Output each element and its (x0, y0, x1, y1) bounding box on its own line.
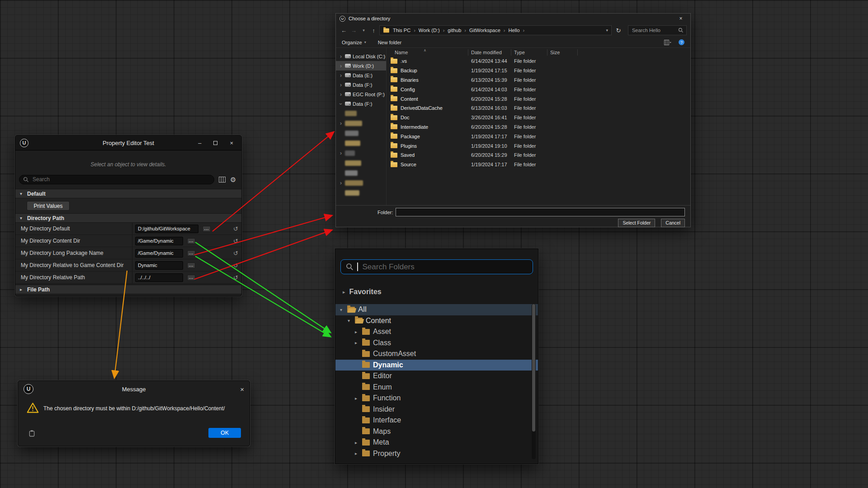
up-icon[interactable]: ↑ (369, 27, 378, 34)
redacted-tree-item[interactable]: › (336, 138, 386, 148)
expand-arrow-icon[interactable]: ▾ (340, 307, 347, 312)
drive-item[interactable]: › Work (D:) (336, 61, 386, 70)
views-icon[interactable] (664, 40, 671, 45)
cancel-button[interactable]: Cancel (661, 219, 685, 227)
folder-tree-item[interactable]: Enum (335, 382, 538, 393)
address-bar[interactable]: This PC › Work (D:) › github › (379, 25, 612, 35)
expand-arrow-icon[interactable]: ▸ (355, 340, 362, 345)
reset-to-default-icon[interactable]: ↺ (233, 235, 238, 247)
file-row[interactable]: Config 6/14/2024 14:03 File folder (387, 84, 690, 94)
expand-arrow-icon[interactable]: ▸ (355, 396, 362, 401)
details-search-input[interactable] (32, 176, 210, 183)
file-row[interactable]: .vs 6/14/2024 13:44 File folder (387, 56, 690, 66)
close-icon[interactable]: × (240, 385, 244, 393)
redacted-tree-item[interactable]: › (336, 108, 386, 118)
section-file-path[interactable]: ▸ File Path (15, 285, 241, 294)
browse-ellipsis-button[interactable]: ... (187, 238, 195, 244)
maximize-icon[interactable] (213, 141, 217, 145)
select-folder-button[interactable]: Select Folder (618, 219, 655, 227)
file-row[interactable]: Binaries 6/13/2024 15:39 File folder (387, 75, 690, 85)
folder-tree-item[interactable]: ▸ Property (335, 448, 538, 460)
scrollbar-thumb[interactable] (532, 304, 535, 432)
back-icon[interactable]: ← (340, 27, 348, 34)
file-row[interactable]: Content 6/20/2024 15:28 File folder (387, 94, 690, 103)
expand-chevron-icon[interactable]: › (339, 91, 343, 98)
expand-arrow-icon[interactable]: ▸ (355, 329, 362, 334)
section-directory-path[interactable]: ▾ Directory Path (15, 213, 241, 223)
explorer-search-input[interactable] (631, 27, 676, 33)
drive-item[interactable]: › Data (E:) (336, 70, 386, 80)
recent-locations-icon[interactable]: ▾ (359, 28, 368, 33)
redacted-tree-item[interactable]: › (336, 128, 386, 138)
details-search-box[interactable] (19, 175, 214, 184)
redacted-tree-item[interactable]: › (336, 168, 386, 178)
redacted-tree-item[interactable]: › (336, 188, 386, 198)
reset-to-default-icon[interactable]: ↺ (233, 272, 238, 284)
reset-to-default-icon[interactable]: ↺ (233, 259, 238, 272)
section-default[interactable]: ▾ Default (15, 189, 241, 198)
column-size[interactable]: Size (547, 49, 578, 56)
expand-chevron-icon[interactable]: › (339, 63, 343, 69)
expand-arrow-icon[interactable]: ▸ (355, 440, 362, 445)
column-name[interactable]: ∧ Name (387, 49, 468, 56)
folder-tree-item[interactable]: CustomAsset (335, 348, 538, 360)
folder-name-input[interactable] (396, 208, 685, 216)
expand-chevron-icon[interactable]: › (339, 82, 343, 88)
file-row[interactable]: Saved 6/20/2024 15:29 File folder (387, 150, 690, 160)
file-row[interactable]: Source 1/19/2024 17:17 File folder (387, 160, 690, 169)
column-date-modified[interactable]: Date modified (468, 49, 511, 56)
breadcrumb-segment[interactable]: This PC › (393, 28, 415, 33)
breadcrumb-segment[interactable]: GitWorkspace › (469, 28, 505, 33)
folder-tree-item[interactable]: Interface (335, 415, 538, 426)
file-row[interactable]: Doc 3/26/2024 16:41 File folder (387, 113, 690, 122)
folder-tree-item[interactable]: ▾ Content (335, 315, 538, 327)
reset-to-default-icon[interactable]: ↺ (233, 223, 238, 235)
file-row[interactable]: DerivedDataCache 6/13/2024 16:03 File fo… (387, 103, 690, 113)
redacted-tree-item[interactable]: › (336, 178, 386, 188)
browse-ellipsis-button[interactable]: ... (187, 263, 195, 268)
refresh-icon[interactable]: ↻ (613, 27, 624, 34)
dialog-titlebar[interactable]: U Message × (18, 381, 250, 397)
redacted-tree-item[interactable]: › (336, 118, 386, 128)
file-row[interactable]: Backup 1/19/2024 17:15 File folder (387, 66, 690, 75)
print-values-button[interactable]: Print Values (27, 201, 70, 211)
column-type[interactable]: Type (511, 49, 547, 56)
new-folder-button[interactable]: New folder (378, 40, 402, 45)
copy-to-clipboard-icon[interactable] (29, 430, 35, 437)
folder-tree-item[interactable]: ▸ Class (335, 338, 538, 349)
drive-item[interactable]: › Data (F:) (336, 99, 386, 108)
folder-tree-item[interactable]: ▾ All (335, 304, 538, 315)
expand-arrow-icon[interactable]: ▾ (348, 318, 355, 323)
file-row[interactable]: Plugins 1/19/2024 19:10 File folder (387, 141, 690, 150)
dialog-titlebar[interactable]: U Choose a directory × (336, 14, 690, 23)
property-value-field[interactable]: Dynamic (135, 261, 183, 270)
folder-tree-item[interactable]: ▸ Meta (335, 437, 538, 448)
ok-button[interactable]: OK (208, 428, 241, 438)
expand-chevron-icon[interactable]: › (339, 72, 343, 79)
property-value-field[interactable]: D:/github/GitWorkspace (135, 225, 198, 233)
settings-gear-icon[interactable]: ⚙ (230, 176, 236, 183)
close-icon[interactable]: × (675, 15, 687, 22)
favorites-section[interactable]: ▸ Favorites (335, 287, 538, 297)
folder-tree-item[interactable]: ▸ Function (335, 393, 538, 404)
drive-item[interactable]: › Local Disk (C:) (336, 52, 386, 61)
explorer-search-box[interactable] (628, 25, 687, 35)
scrollbar-track[interactable] (532, 304, 536, 459)
redacted-tree-item[interactable]: › (336, 148, 386, 158)
display-options-icon[interactable] (219, 177, 226, 183)
property-value-field[interactable]: ../../../ (135, 273, 183, 282)
folder-tree-item[interactable]: ▸ Asset (335, 326, 538, 338)
folder-tree-item[interactable]: Editor (335, 371, 538, 382)
file-row[interactable]: Intermediate 6/20/2024 15:28 File folder (387, 122, 690, 132)
breadcrumb-segment[interactable]: github › (448, 28, 466, 33)
folder-tree-item[interactable]: Maps (335, 426, 538, 437)
address-dropdown-icon[interactable]: ▾ (606, 28, 608, 33)
breadcrumb-segment[interactable]: Hello › (509, 28, 525, 33)
close-icon[interactable]: × (230, 140, 233, 146)
expand-arrow-icon[interactable]: ▸ (355, 451, 362, 456)
browse-ellipsis-button[interactable]: ... (203, 226, 211, 232)
expand-chevron-icon[interactable]: › (339, 53, 343, 60)
forward-icon[interactable]: → (349, 27, 358, 34)
help-icon[interactable]: ? (679, 39, 684, 45)
expand-chevron-icon[interactable]: › (338, 102, 344, 106)
